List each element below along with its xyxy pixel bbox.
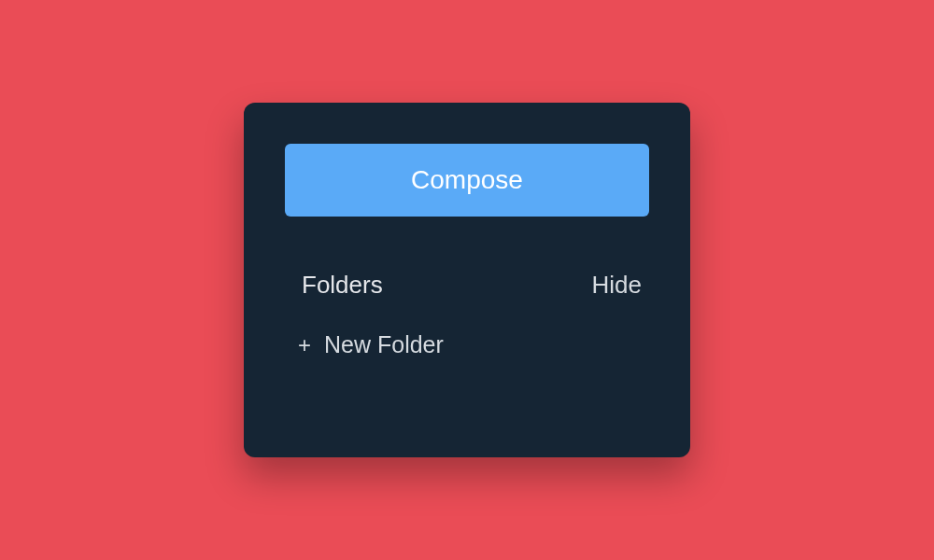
folders-label: Folders (302, 271, 383, 300)
plus-icon: + (298, 334, 311, 357)
new-folder-button[interactable]: + New Folder (285, 331, 649, 358)
folder-panel: Compose Folders Hide + New Folder (244, 103, 690, 457)
new-folder-label: New Folder (324, 331, 444, 358)
compose-button[interactable]: Compose (285, 144, 649, 217)
hide-button[interactable]: Hide (592, 271, 642, 300)
folders-header: Folders Hide (285, 271, 649, 300)
